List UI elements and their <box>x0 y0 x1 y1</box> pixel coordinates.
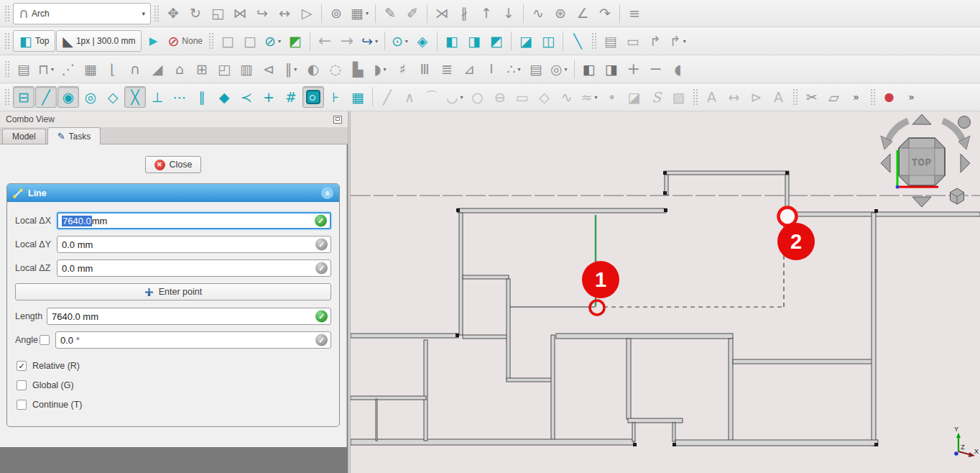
dy-input[interactable]: 0.0 mm ✓ <box>57 236 331 253</box>
arch-material-button[interactable]: ∴▾ <box>503 58 524 80</box>
snap-lock-button[interactable]: ⊟ <box>13 86 34 108</box>
draft-offset-button[interactable]: ↪ <box>251 3 273 24</box>
draft-label-button[interactable]: ⊳ <box>746 86 767 108</box>
draft-split-button[interactable]: ∦ <box>453 3 475 24</box>
tab-model[interactable]: Model <box>2 129 46 144</box>
snap-ortho-button[interactable]: + <box>258 86 279 108</box>
view-fit-all-button[interactable]: ◈ <box>412 30 433 52</box>
draft-facebinder-button[interactable]: ◪ <box>624 86 645 108</box>
draft-rotate-button[interactable]: ↻ <box>185 3 206 24</box>
global-checkbox[interactable] <box>17 380 27 390</box>
arch-window-button[interactable]: ⊞ <box>191 58 213 80</box>
dx-input[interactable]: 7640.0 mm ✓ <box>57 212 331 229</box>
view-front-button[interactable]: ◧ <box>441 30 463 52</box>
draft-downgrade-button[interactable]: ↓ <box>498 3 519 24</box>
close-button[interactable]: ✕ Close <box>145 156 202 173</box>
nav-arrow-right[interactable] <box>961 154 970 173</box>
nav-corner-bl[interactable] <box>899 175 909 185</box>
snap-perpendicular-button[interactable]: ⊥ <box>147 86 168 108</box>
arch-building-button[interactable]: ∩ <box>124 58 146 80</box>
arch-frame-button[interactable]: ♯ <box>392 58 413 80</box>
annotation-style-button[interactable]: A <box>768 86 790 108</box>
toolbar-grip[interactable] <box>870 88 876 106</box>
arch-section-plane-button[interactable]: ◐ <box>302 58 324 80</box>
selection-bbox-button[interactable]: □ <box>217 30 239 52</box>
toolbar-grip[interactable] <box>591 32 597 50</box>
draft-bezier-button[interactable]: ≈▾ <box>578 86 601 108</box>
draft-stretch-button[interactable]: ▷ <box>296 3 318 24</box>
zoom-tools-button[interactable]: ⊙▾ <box>389 30 411 52</box>
nav-forward-button[interactable]: → <box>336 30 358 52</box>
selection-bbox-alt-button[interactable]: □ <box>239 30 261 52</box>
snap-grid-button[interactable]: # <box>280 86 302 108</box>
macro-record-button[interactable]: ● <box>879 86 900 108</box>
line-task-header[interactable]: Line « <box>7 184 339 202</box>
arch-add-component-button[interactable]: + <box>623 58 644 80</box>
draft-array-button[interactable]: ▦▾ <box>348 3 371 24</box>
collapse-icon[interactable]: « <box>321 187 333 199</box>
arch-rebar-button[interactable]: ⋰ <box>57 58 79 80</box>
arch-stairs-button[interactable]: ▙ <box>347 58 369 80</box>
draft-polyline-button[interactable]: ∧ <box>399 86 420 108</box>
snap-special-button[interactable]: ◆ <box>213 86 235 108</box>
draft-mirror-button[interactable]: ⋈ <box>229 3 251 24</box>
draft-join-button[interactable]: ⋊ <box>431 3 453 24</box>
draft-rectangle-button[interactable]: ▭ <box>512 86 533 108</box>
arch-schedule-button[interactable]: ▤ <box>525 58 547 80</box>
draft-ellipse-button[interactable]: ⊖ <box>489 86 511 108</box>
arch-building-part-button[interactable]: ⌊ <box>102 58 124 80</box>
nav-rotate-ccw-arrow[interactable] <box>888 121 908 140</box>
draft-clone-button[interactable]: ⊚ <box>325 3 347 24</box>
arch-column-button[interactable]: Ⅲ <box>414 58 435 80</box>
view-rear-button[interactable]: ◪ <box>515 30 537 52</box>
autogroup-none-button[interactable]: ⊘None <box>165 30 205 52</box>
nav-arrow-left[interactable] <box>881 154 890 173</box>
linked-object-button[interactable]: ↪▾ <box>359 30 381 52</box>
arch-cut-plane-button[interactable]: ◧ <box>578 58 600 80</box>
draft-trimex-button[interactable]: ↔ <box>274 3 295 24</box>
workbench-selector[interactable]: ∩Arch▾ <box>13 3 151 24</box>
draft-shapestring-button[interactable]: S <box>646 86 667 108</box>
toolbar-grip[interactable] <box>693 88 698 106</box>
draft-edit-button[interactable]: ✎ <box>379 3 401 24</box>
arch-pipe-tools-button[interactable]: ‖▾ <box>280 58 302 80</box>
length-input[interactable]: 7640.0 mm ✓ <box>47 308 331 325</box>
draft-move-button[interactable]: ✥ <box>162 3 184 24</box>
arch-truss-button[interactable]: ⊿ <box>458 58 480 80</box>
edit-copy-button[interactable]: ▱ <box>823 86 845 108</box>
arch-pipe-button[interactable]: ◎▾ <box>547 58 570 80</box>
draft-line-button[interactable]: ╱ <box>376 86 398 108</box>
draft-dimension-button[interactable]: ↔ <box>724 86 745 108</box>
draft-text-button[interactable]: A <box>701 86 723 108</box>
toolbar-grip[interactable] <box>4 32 10 50</box>
nav-arrow-up[interactable] <box>912 114 931 124</box>
snap-endpoint-button[interactable]: ╱ <box>35 86 57 108</box>
toolbar-grip[interactable] <box>4 5 10 22</box>
draft-upgrade-button[interactable]: ↑ <box>476 3 497 24</box>
toolbar-overflow-button[interactable]: » <box>846 86 867 108</box>
nav-corner-br[interactable] <box>935 175 945 185</box>
draft-arc-button[interactable]: ◡▾ <box>443 86 466 108</box>
angle-input[interactable]: 0.0 ° ✓ <box>55 331 331 349</box>
nav-arrow-down[interactable] <box>912 197 931 207</box>
toolbar-overflow-2-button[interactable]: » <box>901 86 923 108</box>
nav-mini-cube[interactable] <box>951 188 964 204</box>
3d-viewport[interactable]: 12 TOP Y Z X <box>351 111 980 473</box>
export-button[interactable]: ↱ <box>644 30 666 52</box>
snap-extension-button[interactable]: ⋯ <box>169 86 190 108</box>
draft-layer-button[interactable]: ≡ <box>624 3 645 24</box>
draft-scale-button[interactable]: ◱ <box>207 3 228 24</box>
toggle-grid-button[interactable]: ▦ <box>347 86 369 108</box>
dz-input[interactable]: 0.0 mm ✓ <box>57 260 331 277</box>
angle-lock-checkbox[interactable] <box>40 335 50 345</box>
arch-survey-button[interactable]: ◖ <box>667 58 689 80</box>
arch-curtain-wall-button[interactable]: ▦ <box>80 58 101 80</box>
draft-slope-button[interactable]: ∠ <box>572 3 593 24</box>
arch-space-button[interactable]: ◰ <box>213 58 235 80</box>
snap-intersection-button[interactable]: ╳ <box>124 86 146 108</box>
arch-sketch-button[interactable]: ◌ <box>325 58 346 80</box>
view-right-button[interactable]: ◩ <box>486 30 507 52</box>
draft-polygon-button[interactable]: ◇ <box>534 86 555 108</box>
draft-fillet-button[interactable]: ⌒ <box>421 86 443 108</box>
draft-bspline-button[interactable]: ∿ <box>556 86 578 108</box>
